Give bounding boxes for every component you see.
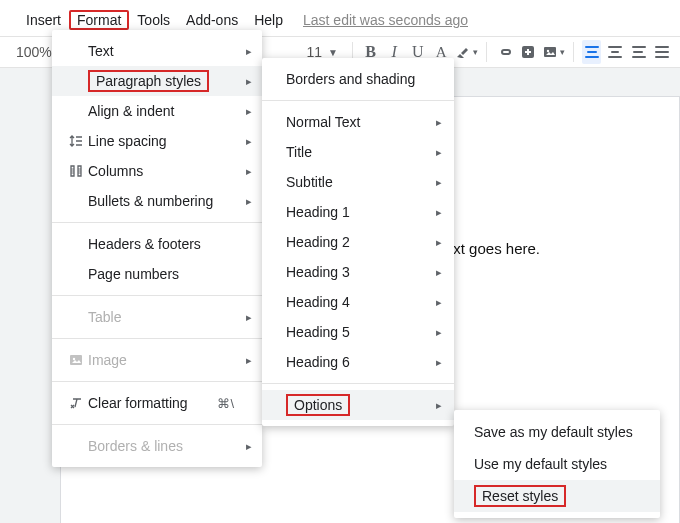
format-text[interactable]: Text ▸: [52, 36, 262, 66]
ps-title[interactable]: Title ▸: [262, 137, 454, 167]
menu-divider: [52, 295, 262, 296]
insert-comment-button[interactable]: [518, 40, 538, 64]
paragraph-styles-dropdown: Borders and shading Normal Text ▸ Title …: [262, 58, 454, 426]
menu-item-label: Bullets & numbering: [88, 193, 246, 209]
line-spacing-icon: [64, 133, 88, 149]
format-clear-formatting[interactable]: Clear formatting ⌘\: [52, 388, 262, 418]
menu-item-label: Image: [88, 352, 246, 368]
menu-divider: [52, 222, 262, 223]
menu-item-label: Columns: [88, 163, 246, 179]
ps-heading-6[interactable]: Heading 6 ▸: [262, 347, 454, 377]
format-bullets-numbering[interactable]: Bullets & numbering ▸: [52, 186, 262, 216]
menu-item-label: Headers & footers: [88, 236, 246, 252]
menu-tools[interactable]: Tools: [129, 10, 178, 30]
separator: [573, 42, 574, 62]
menu-item-label: Line spacing: [88, 133, 246, 149]
menu-item-label: Heading 4: [286, 294, 438, 310]
chevron-right-icon: ▸: [246, 354, 252, 367]
menu-item-shortcut: ⌘\: [217, 396, 246, 411]
menu-item-label: Borders and shading: [286, 71, 441, 87]
opt-save-default[interactable]: Save as my default styles: [454, 416, 660, 448]
chevron-right-icon: ▸: [436, 206, 442, 219]
format-page-numbers[interactable]: Page numbers: [52, 259, 262, 289]
document-body-text[interactable]: xt goes here.: [453, 240, 540, 257]
highlight-button[interactable]: [455, 40, 478, 64]
chevron-right-icon: ▸: [436, 116, 442, 129]
ps-normal-text[interactable]: Normal Text ▸: [262, 107, 454, 137]
format-image: Image ▸: [52, 345, 262, 375]
ps-subtitle[interactable]: Subtitle ▸: [262, 167, 454, 197]
ps-borders-shading[interactable]: Borders and shading: [262, 64, 454, 94]
chevron-right-icon: ▸: [436, 296, 442, 309]
align-left-button[interactable]: [582, 40, 602, 64]
chevron-right-icon: ▸: [246, 135, 252, 148]
columns-icon: [64, 163, 88, 179]
chevron-down-icon: ▼: [328, 47, 338, 58]
menu-item-label: Page numbers: [88, 266, 246, 282]
image-icon: [64, 352, 88, 368]
comment-plus-icon: [520, 44, 536, 60]
insert-link-button[interactable]: [495, 40, 515, 64]
menu-item-label: Heading 5: [286, 324, 438, 340]
menu-divider: [262, 100, 454, 101]
svg-point-2: [547, 50, 549, 52]
menu-addons[interactable]: Add-ons: [178, 10, 246, 30]
menubar: Insert Format Tools Add-ons Help Last ed…: [18, 8, 670, 32]
clear-formatting-icon: [64, 395, 88, 411]
link-icon: [497, 44, 513, 60]
insert-image-button[interactable]: [542, 40, 565, 64]
menu-item-label: Subtitle: [286, 174, 438, 190]
chevron-right-icon: ▸: [436, 236, 442, 249]
ps-heading-3[interactable]: Heading 3 ▸: [262, 257, 454, 287]
menu-format[interactable]: Format: [69, 10, 129, 30]
chevron-right-icon: ▸: [436, 176, 442, 189]
chevron-right-icon: ▸: [246, 195, 252, 208]
menu-item-label: Heading 6: [286, 354, 438, 370]
svg-rect-3: [70, 355, 82, 365]
align-right-button[interactable]: [629, 40, 649, 64]
menu-divider: [52, 424, 262, 425]
format-line-spacing[interactable]: Line spacing ▸: [52, 126, 262, 156]
chevron-right-icon: ▸: [436, 266, 442, 279]
opt-use-default[interactable]: Use my default styles: [454, 448, 660, 480]
chevron-right-icon: ▸: [436, 399, 442, 412]
svg-point-4: [73, 358, 75, 360]
highlighter-icon: [455, 44, 471, 60]
ps-heading-4[interactable]: Heading 4 ▸: [262, 287, 454, 317]
menu-item-label: Reset styles: [474, 485, 644, 507]
last-edit-label[interactable]: Last edit was seconds ago: [303, 12, 468, 28]
chevron-right-icon: ▸: [436, 326, 442, 339]
menu-item-label: Title: [286, 144, 438, 160]
menu-help[interactable]: Help: [246, 10, 291, 30]
menu-item-label: Heading 1: [286, 204, 438, 220]
chevron-right-icon: ▸: [246, 165, 252, 178]
menu-divider: [52, 338, 262, 339]
image-icon: [542, 44, 558, 60]
svg-rect-1: [544, 47, 556, 57]
menu-item-label: Options: [286, 394, 438, 416]
format-align-indent[interactable]: Align & indent ▸: [52, 96, 262, 126]
ps-heading-1[interactable]: Heading 1 ▸: [262, 197, 454, 227]
format-paragraph-styles[interactable]: Paragraph styles ▸: [52, 66, 262, 96]
format-table: Table ▸: [52, 302, 262, 332]
align-center-button[interactable]: [605, 40, 625, 64]
chevron-right-icon: ▸: [436, 146, 442, 159]
options-dropdown: Save as my default styles Use my default…: [454, 410, 660, 518]
menu-item-label: Align & indent: [88, 103, 246, 119]
chevron-right-icon: ▸: [246, 440, 252, 453]
align-justify-button[interactable]: [652, 40, 672, 64]
ps-heading-2[interactable]: Heading 2 ▸: [262, 227, 454, 257]
ps-heading-5[interactable]: Heading 5 ▸: [262, 317, 454, 347]
menu-item-label: Use my default styles: [474, 456, 644, 472]
chevron-right-icon: ▸: [246, 105, 252, 118]
ps-options[interactable]: Options ▸: [262, 390, 454, 420]
opt-reset-styles[interactable]: Reset styles: [454, 480, 660, 512]
menu-divider: [262, 383, 454, 384]
format-columns[interactable]: Columns ▸: [52, 156, 262, 186]
menu-item-label: Normal Text: [286, 114, 438, 130]
menu-item-label: Paragraph styles: [88, 70, 246, 92]
format-headers-footers[interactable]: Headers & footers: [52, 229, 262, 259]
chevron-right-icon: ▸: [436, 356, 442, 369]
separator: [486, 42, 487, 62]
menu-insert[interactable]: Insert: [18, 10, 69, 30]
